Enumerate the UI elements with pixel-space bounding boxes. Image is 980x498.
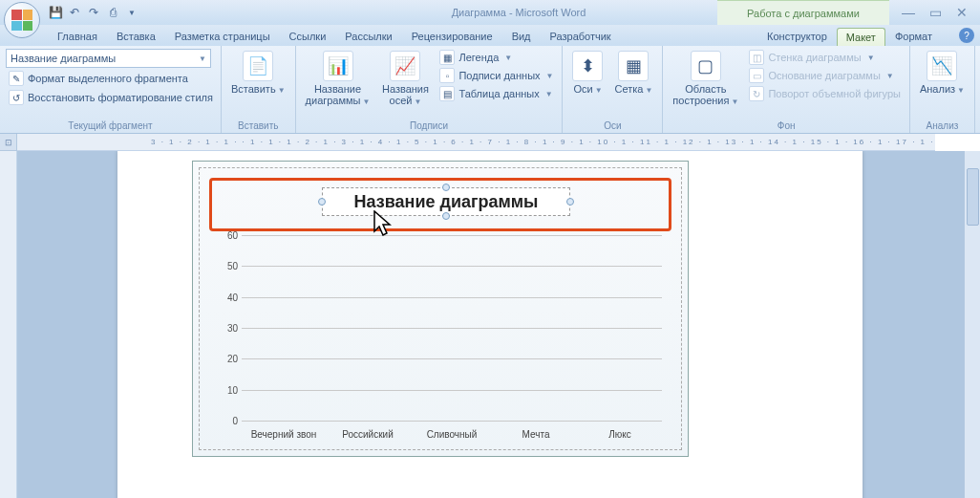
data-table-button[interactable]: ▤Таблица данных▼ [437,85,556,102]
y-tick: 0 [232,416,238,426]
plot-area-icon: ▢ [691,51,721,81]
y-axis: 0102030405060 [211,235,238,421]
tab-developer[interactable]: Разработчик [541,27,621,46]
horizontal-ruler[interactable]: 3 · 1 · 2 · 1 · 1 · · 1 · 1 · 1 · 2 · 1 … [17,134,935,151]
plot-area-button[interactable]: ▢Область построения▼ [669,49,742,109]
help-icon[interactable]: ? [959,28,974,43]
x-tick-label: Люкс [586,429,653,440]
gridlines-button[interactable]: ▦Сетка▼ [610,49,656,97]
tab-view[interactable]: Вид [502,27,541,46]
bars-container [242,235,662,421]
x-tick-label: Российский [334,429,401,440]
group-label-background: Фон [669,119,904,131]
minimize-button[interactable]: — [898,5,919,20]
chart-floor-button[interactable]: ▭Основание диаграммы▼ [746,67,904,84]
tab-format[interactable]: Формат [885,27,942,46]
axes-button[interactable]: ⬍Оси▼ [568,49,607,97]
plot-area[interactable]: 0102030405060 [242,235,662,421]
group-label-analysis: Анализ [916,119,969,131]
grid-icon: ▦ [618,51,649,81]
data-labels-icon: ▫ [439,68,455,83]
undo-icon[interactable]: ↶ [67,5,82,20]
maximize-button[interactable]: ▭ [925,5,946,20]
reset-icon: ↺ [9,90,24,105]
y-tick: 50 [227,261,238,271]
chart-object[interactable]: Название диаграммы 0102030405060 Вечерни… [192,161,689,457]
scroll-thumb[interactable] [967,168,979,226]
ruler-corner[interactable]: ⊡ [0,134,17,151]
resize-handle[interactable] [442,184,450,191]
x-tick-label: Вечерний звон [250,429,317,440]
analysis-icon: 📉 [927,51,957,81]
close-button[interactable]: ✕ [951,5,972,20]
tab-page-layout[interactable]: Разметка страницы [165,27,280,46]
contextual-tab-title: Работа с диаграммами [717,0,889,25]
x-axis: Вечерний звонРоссийскийСливочныйМечтаЛюк… [242,429,662,440]
tab-mailings[interactable]: Рассылки [335,27,401,46]
tab-layout[interactable]: Макет [837,28,885,46]
data-table-icon: ▤ [439,86,455,101]
data-labels-button[interactable]: ▫Подписи данных▼ [437,67,556,84]
group-label-insert: Вставить [227,119,289,131]
office-button[interactable] [4,2,40,38]
rotate-icon: ↻ [749,86,764,101]
tab-review[interactable]: Рецензирование [402,27,502,46]
qat-more-icon[interactable]: ▼ [124,5,139,20]
chart-title-icon: 📊 [323,51,353,81]
reset-style-button[interactable]: ↺Восстановить форматирование стиля [6,89,216,106]
resize-handle[interactable] [318,198,326,206]
tab-design[interactable]: Конструктор [757,27,837,46]
chart-element-selector[interactable]: Название диаграммы▼ [6,49,211,68]
resize-handle[interactable] [442,212,450,220]
rotate-3d-button[interactable]: ↻Поворот объемной фигуры [746,85,904,102]
insert-button[interactable]: 📄Вставить▼ [227,49,289,97]
axes-icon: ⬍ [572,51,603,81]
y-tick: 10 [227,384,238,395]
tab-references[interactable]: Ссылки [280,27,336,46]
page[interactable]: Название диаграммы 0102030405060 Вечерни… [117,151,863,498]
tab-insert[interactable]: Вставка [107,27,165,46]
chart-title-editbox[interactable]: Название диаграммы [322,187,570,216]
format-selection-button[interactable]: ✎Формат выделенного фрагмента [6,70,191,87]
chart-title-button[interactable]: 📊Название диаграммы▼ [302,49,374,109]
axis-title-icon: 📈 [390,51,420,81]
y-tick: 20 [227,354,238,364]
insert-icon: 📄 [243,51,273,81]
quick-access-toolbar: 💾 ↶ ↷ ⎙ ▼ [48,5,139,20]
y-tick: 60 [227,230,238,241]
group-label-axes: Оси [568,119,656,131]
legend-icon: ▦ [439,50,455,65]
document-area: Название диаграммы 0102030405060 Вечерни… [0,151,980,498]
analysis-button[interactable]: 📉Анализ▼ [916,49,969,97]
format-icon: ✎ [9,71,24,86]
ribbon-tabs: Главная Вставка Разметка страницы Ссылки… [0,25,980,46]
wall-icon: ◫ [749,50,764,65]
x-tick-label: Мечта [502,429,569,440]
ribbon: Название диаграммы▼ ✎Формат выделенного … [0,46,980,134]
tab-home[interactable]: Главная [48,27,107,46]
vertical-ruler[interactable] [0,151,17,498]
y-tick: 40 [227,292,238,302]
floor-icon: ▭ [749,68,764,83]
redo-icon[interactable]: ↷ [86,5,101,20]
legend-button[interactable]: ▦Легенда▼ [437,49,556,66]
group-label-current: Текущий фрагмент [6,119,215,131]
group-label-labels: Подписи [302,119,557,131]
save-icon[interactable]: 💾 [48,5,63,20]
chart-title-text: Название диаграммы [354,192,539,212]
axis-titles-button[interactable]: 📈Названия осей▼ [377,49,433,109]
print-icon[interactable]: ⎙ [105,5,120,20]
y-tick: 30 [227,323,238,334]
chart-wall-button[interactable]: ◫Стенка диаграммы▼ [746,49,904,66]
vertical-scrollbar[interactable] [964,151,980,498]
x-tick-label: Сливочный [418,429,485,440]
resize-handle[interactable] [566,198,574,206]
